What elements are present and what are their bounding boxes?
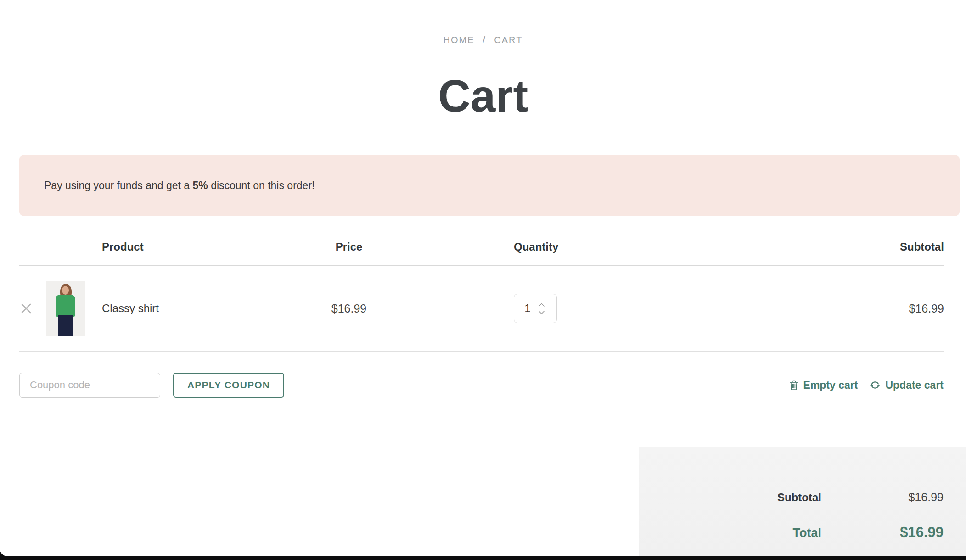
breadcrumb: HOME / CART: [0, 35, 966, 45]
empty-cart-link[interactable]: Empty cart: [789, 379, 858, 392]
quantity-stepper[interactable]: [514, 294, 557, 323]
trash-icon: [789, 380, 799, 391]
total-label: Total: [793, 526, 822, 540]
total-value: $16.99: [821, 524, 944, 541]
total-row: Total $16.99: [639, 524, 944, 541]
quantity-decrease-button[interactable]: [538, 310, 545, 314]
cart-table-header: Product Price Quantity Subtotal: [19, 235, 944, 266]
chevron-down-icon: [538, 310, 545, 314]
update-cart-link[interactable]: Update cart: [870, 379, 944, 392]
product-price: $16.99: [296, 302, 402, 315]
subtotal-value: $16.99: [821, 491, 944, 504]
column-header-quantity: Quantity: [514, 241, 578, 253]
empty-cart-label: Empty cart: [803, 379, 858, 392]
breadcrumb-home-link[interactable]: HOME: [444, 35, 475, 45]
subtotal-label: Subtotal: [777, 491, 821, 504]
discount-notice-banner: Pay using your funds and get a 5% discou…: [19, 155, 960, 216]
subtotal-row: Subtotal $16.99: [639, 491, 944, 504]
breadcrumb-separator: /: [483, 35, 486, 45]
column-header-product: Product: [102, 241, 296, 253]
discount-notice-text: Pay using your funds and get a 5% discou…: [44, 179, 315, 192]
product-image[interactable]: [46, 281, 85, 336]
coupon-code-input[interactable]: [19, 373, 160, 398]
apply-coupon-button[interactable]: APPLY COUPON: [173, 373, 284, 398]
quantity-stepper-buttons: [538, 303, 545, 314]
cart-table: Product Price Quantity Subtotal Classy s…: [19, 235, 944, 352]
refresh-icon: [870, 380, 881, 391]
chevron-up-icon: [538, 303, 545, 307]
cart-actions: Empty cart Update cart: [789, 379, 944, 392]
line-item-subtotal: $16.99: [578, 302, 944, 315]
quantity-increase-button[interactable]: [538, 303, 545, 307]
remove-item-button[interactable]: [19, 302, 46, 314]
cart-page: HOME / CART Cart Pay using your funds an…: [0, 0, 966, 556]
quantity-input[interactable]: [517, 302, 538, 315]
column-header-subtotal: Subtotal: [578, 241, 944, 253]
page-title: Cart: [0, 73, 966, 120]
update-cart-label: Update cart: [885, 379, 944, 392]
column-header-price: Price: [296, 241, 402, 253]
product-name-link[interactable]: Classy shirt: [102, 302, 296, 315]
coupon-form: APPLY COUPON: [19, 373, 284, 398]
quantity-cell: [514, 294, 578, 323]
close-icon: [20, 302, 32, 314]
coupon-bar: APPLY COUPON Empty cart: [19, 373, 944, 398]
breadcrumb-current: CART: [494, 35, 522, 45]
cart-totals-panel: Subtotal $16.99 Total $16.99: [639, 447, 966, 556]
cart-item-row: Classy shirt $16.99: [19, 266, 944, 352]
